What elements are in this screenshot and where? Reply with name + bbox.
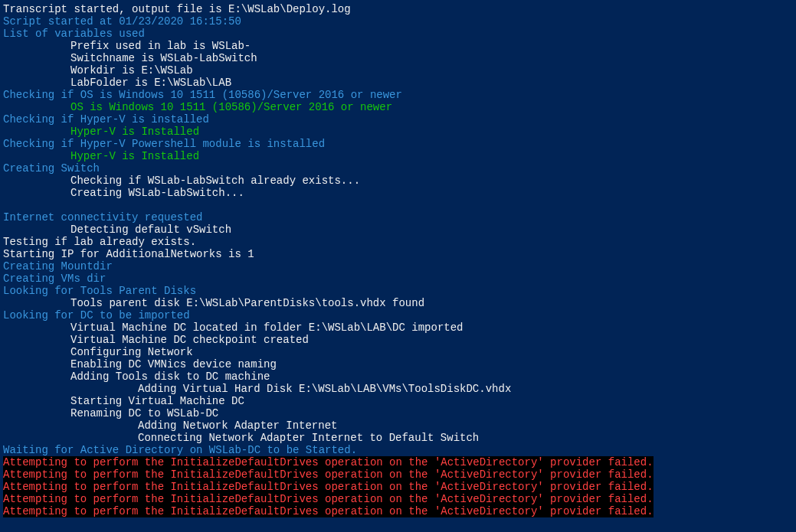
console-text: Enabling DC VMNics device naming: [70, 358, 277, 370]
console-text: Virtual Machine DC located in folder E:\…: [70, 321, 463, 334]
console-output: Transcript started, output file is E:\WS…: [3, 3, 793, 517]
console-text: Checking if Hyper-V is installed: [3, 113, 209, 126]
console-line: Internet connectivity requested: [3, 211, 793, 224]
console-line: Detecting default vSwitch: [3, 224, 793, 236]
console-line: Virtual Machine DC checkpoint created: [3, 334, 793, 346]
console-text: Configuring Network: [70, 346, 193, 358]
console-text: Renaming DC to WSLab-DC: [70, 407, 218, 419]
console-text: Looking for Tools Parent Disks: [3, 285, 196, 297]
console-line: Hyper-V is Installed: [3, 126, 793, 138]
console-text: Waiting for Active Directory on WSLab-DC…: [3, 444, 357, 456]
console-line: Creating WSLab-LabSwitch...: [3, 187, 793, 199]
console-text: Connecting Network Adapter Internet to D…: [138, 432, 479, 444]
console-text: Adding Virtual Hard Disk E:\WSLab\LAB\VM…: [138, 383, 511, 395]
console-line: LabFolder is E:\WSLab\LAB: [3, 77, 793, 89]
console-line: Configuring Network: [3, 346, 793, 358]
console-line: OS is Windows 10 1511 (10586)/Server 201…: [3, 101, 793, 113]
console-text: LabFolder is E:\WSLab\LAB: [70, 77, 231, 89]
console-line: Starting Virtual Machine DC: [3, 395, 793, 407]
console-line: Adding Network Adapter Internet: [3, 419, 793, 432]
console-text: Looking for DC to be imported: [3, 309, 190, 321]
console-line: Enabling DC VMNics device naming: [3, 358, 793, 370]
console-text: Script started at 01/23/2020 16:15:50: [3, 15, 241, 28]
console-text: Transcript started, output file is E:\WS…: [3, 3, 351, 15]
console-text: Adding Tools disk to DC machine: [70, 370, 270, 383]
console-line: Looking for DC to be imported: [3, 309, 793, 321]
console-text: Detecting default vSwitch: [70, 224, 231, 236]
console-line: Transcript started, output file is E:\WS…: [3, 3, 793, 15]
console-line: Checking if Hyper-V Powershell module is…: [3, 138, 793, 150]
console-line: Hyper-V is Installed: [3, 150, 793, 162]
console-line: Adding Virtual Hard Disk E:\WSLab\LAB\VM…: [3, 383, 793, 395]
console-line: Attempting to perform the InitializeDefa…: [3, 505, 793, 517]
console-text: Testing if lab already exists.: [3, 236, 196, 248]
error-text: Attempting to perform the InitializeDefa…: [3, 493, 654, 505]
console-line: Script started at 01/23/2020 16:15:50: [3, 15, 793, 28]
console-line: Tools parent disk E:\WSLab\ParentDisks\t…: [3, 297, 793, 309]
console-text: Starting Virtual Machine DC: [70, 395, 244, 407]
error-text: Attempting to perform the InitializeDefa…: [3, 481, 654, 493]
error-text: Attempting to perform the InitializeDefa…: [3, 468, 654, 481]
console-line: Creating Switch: [3, 162, 793, 175]
console-text: Prefix used in lab is WSLab-: [70, 40, 251, 52]
console-line: Checking if OS is Windows 10 1511 (10586…: [3, 89, 793, 101]
console-text: Checking if WSLab-LabSwitch already exis…: [70, 175, 360, 187]
console-line: Starting IP for AdditionalNetworks is 1: [3, 248, 793, 260]
console-text: Tools parent disk E:\WSLab\ParentDisks\t…: [70, 297, 424, 309]
console-line: Waiting for Active Directory on WSLab-DC…: [3, 444, 793, 456]
console-line: Connecting Network Adapter Internet to D…: [3, 432, 793, 444]
console-line: Attempting to perform the InitializeDefa…: [3, 468, 793, 481]
console-line: [3, 199, 793, 211]
console-line: Checking if WSLab-LabSwitch already exis…: [3, 175, 793, 187]
console-text: List of variables used: [3, 28, 145, 40]
console-line: Checking if Hyper-V is installed: [3, 113, 793, 126]
console-line: Creating VMs dir: [3, 273, 793, 285]
console-text: Hyper-V is Installed: [70, 150, 199, 162]
console-text: Creating WSLab-LabSwitch...: [70, 187, 244, 199]
console-line: Workdir is E:\WSLab: [3, 64, 793, 77]
console-line: Attempting to perform the InitializeDefa…: [3, 481, 793, 493]
console-text: Creating Mountdir: [3, 260, 113, 273]
console-line: Attempting to perform the InitializeDefa…: [3, 493, 793, 505]
console-line: Prefix used in lab is WSLab-: [3, 40, 793, 52]
console-line: Adding Tools disk to DC machine: [3, 370, 793, 383]
console-text: Adding Network Adapter Internet: [138, 419, 337, 432]
console-text: Checking if Hyper-V Powershell module is…: [3, 138, 325, 150]
console-line: Renaming DC to WSLab-DC: [3, 407, 793, 419]
console-text: Checking if OS is Windows 10 1511 (10586…: [3, 89, 402, 101]
console-text: Workdir is E:\WSLab: [70, 64, 193, 77]
error-text: Attempting to perform the InitializeDefa…: [3, 505, 654, 517]
console-text: Internet connectivity requested: [3, 211, 202, 224]
error-text: Attempting to perform the InitializeDefa…: [3, 456, 654, 468]
console-line: Virtual Machine DC located in folder E:\…: [3, 321, 793, 334]
console-line: Attempting to perform the InitializeDefa…: [3, 456, 793, 468]
console-text: OS is Windows 10 1511 (10586)/Server 201…: [70, 101, 392, 113]
console-text: Creating VMs dir: [3, 273, 106, 285]
console-line: Creating Mountdir: [3, 260, 793, 273]
console-text: Switchname is WSLab-LabSwitch: [70, 52, 257, 64]
console-text: Creating Switch: [3, 162, 100, 175]
console-line: List of variables used: [3, 28, 793, 40]
console-text: Starting IP for AdditionalNetworks is 1: [3, 248, 254, 260]
console-line: Switchname is WSLab-LabSwitch: [3, 52, 793, 64]
console-text: Virtual Machine DC checkpoint created: [70, 334, 309, 346]
console-line: Looking for Tools Parent Disks: [3, 285, 793, 297]
console-line: Testing if lab already exists.: [3, 236, 793, 248]
console-text: Hyper-V is Installed: [70, 126, 199, 138]
